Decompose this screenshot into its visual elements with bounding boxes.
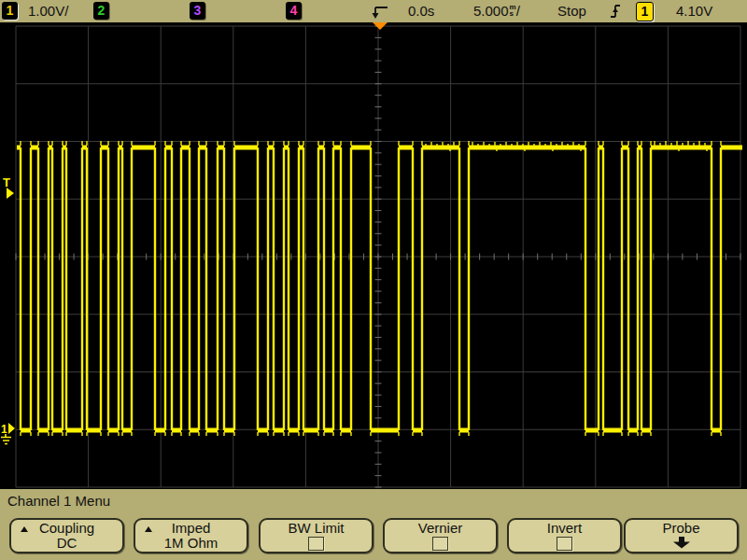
channel-1-badge[interactable]: 1 [2, 2, 18, 20]
softkey-label: BW Limit [261, 520, 372, 536]
down-arrow-icon [671, 537, 692, 549]
channel-2-badge[interactable]: 2 [93, 2, 109, 20]
softkey-menu: Channel 1 Menu Coupling DC Imped 1M Ohm … [0, 489, 747, 560]
softkey-value: DC [11, 536, 122, 551]
softkey-invert[interactable]: Invert [507, 518, 622, 553]
bw-limit-checkbox [308, 537, 324, 551]
softkey-label: Coupling [39, 520, 94, 536]
scope-display: T1 [0, 22, 747, 489]
trigger-level-marker: T [3, 175, 10, 189]
softkey-bw-limit[interactable]: BW Limit [259, 518, 374, 553]
up-arrow-icon [145, 526, 152, 532]
vernier-checkbox [432, 537, 448, 551]
channel-1-scale: 1.00V/ [28, 3, 68, 19]
softkey-vernier[interactable]: Vernier [383, 518, 498, 553]
channel-3-badge[interactable]: 3 [190, 2, 205, 20]
trigger-source-badge[interactable]: 1 [636, 2, 654, 21]
status-bar: 1 1.00V/ 2 3 4 0.0s 5.000 m s / Stop 1 4… [0, 0, 747, 22]
softkey-probe[interactable]: Probe [624, 518, 739, 553]
time-delay: 0.0s [408, 3, 434, 19]
run-status: Stop [557, 3, 586, 19]
waveform-edges [21, 147, 721, 430]
softkey-label: Invert [509, 520, 620, 536]
softkey-label: Probe [626, 520, 737, 536]
softkey-label: Imped [172, 520, 211, 536]
trigger-position-icon [372, 3, 390, 20]
menu-title: Channel 1 Menu [7, 493, 110, 509]
trigger-level-readout: 4.10V [676, 3, 712, 19]
timebase-value: 5.000 [473, 3, 509, 19]
softkey-coupling[interactable]: Coupling DC [9, 518, 124, 553]
softkey-label: Vernier [385, 520, 496, 536]
softkey-impedance[interactable]: Imped 1M Ohm [134, 518, 248, 553]
ground-marker-label: 1 [1, 423, 7, 436]
timebase-unit: m s [510, 4, 516, 17]
up-arrow-icon [21, 526, 28, 532]
trigger-edge-icon [609, 2, 622, 21]
softkey-value: 1M Ohm [135, 536, 247, 551]
invert-checkbox [557, 537, 572, 551]
oscilloscope-screen: 1 1.00V/ 2 3 4 0.0s 5.000 m s / Stop 1 4… [0, 0, 747, 560]
trigger-level-arrow [7, 188, 14, 199]
channel-4-badge[interactable]: 4 [286, 2, 302, 20]
timebase-readout: 5.000 m s / [473, 3, 520, 19]
timebase-slash: / [516, 3, 520, 19]
ground-marker-arrow [8, 423, 15, 434]
